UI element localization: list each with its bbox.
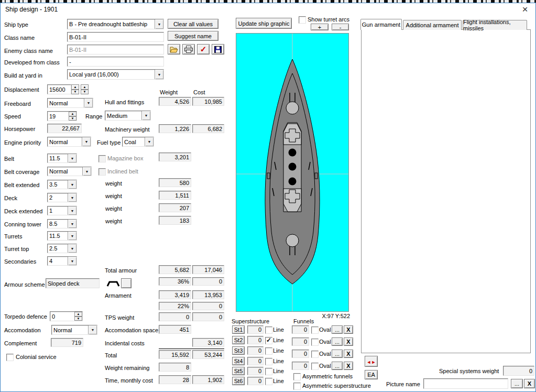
ea-button[interactable]: EA <box>365 370 378 379</box>
funnel1-oval-checkbox[interactable] <box>311 326 319 334</box>
speed-stepper[interactable]: 19 <box>47 111 77 121</box>
close-icon[interactable] <box>518 4 532 15</box>
funnel1-delete-button[interactable]: X <box>344 325 353 334</box>
displacement-input[interactable]: 15600 <box>47 84 71 94</box>
st1-line-checkbox[interactable] <box>265 326 272 334</box>
chevron-down-icon[interactable] <box>68 206 76 215</box>
asymmetric-superstructure-checkbox[interactable] <box>293 383 301 390</box>
funnel2-oval-checkbox[interactable] <box>311 339 319 346</box>
graphic-zoom-out-button[interactable]: - <box>332 24 349 30</box>
st4-button[interactable]: St4 <box>232 357 245 365</box>
st3-line-checkbox[interactable] <box>265 347 272 355</box>
chevron-down-icon[interactable] <box>68 193 76 202</box>
up-arrow-icon[interactable] <box>81 84 89 90</box>
displacement-stepper-fine[interactable] <box>81 84 89 94</box>
show-turret-arcs-checkbox[interactable] <box>299 16 306 24</box>
turret-top-combo[interactable]: 2.5 <box>47 244 77 253</box>
torpedo-defence-stepper[interactable]: 0 <box>50 311 83 321</box>
funnel2-value[interactable]: 0 <box>292 337 309 346</box>
st5-value[interactable]: 0 <box>247 367 264 375</box>
up-arrow-icon[interactable] <box>71 84 79 90</box>
colonial-service-checkbox[interactable] <box>6 354 14 361</box>
print-button[interactable] <box>182 44 195 55</box>
chevron-down-icon[interactable] <box>155 19 163 29</box>
st1-button[interactable]: St1 <box>232 325 245 334</box>
accomodation-combo[interactable]: Normal <box>51 325 97 335</box>
funnel3-delete-button[interactable]: X <box>344 350 353 358</box>
conning-tower-combo[interactable]: 8.5 <box>47 219 77 228</box>
picture-name-input[interactable] <box>423 378 508 389</box>
st3-button[interactable]: St3 <box>232 346 245 355</box>
chevron-down-icon[interactable] <box>145 137 154 146</box>
funnel1-more-button[interactable]: ... <box>332 325 343 334</box>
funnel3-oval-checkbox[interactable] <box>311 351 319 358</box>
save-button[interactable] <box>212 44 224 55</box>
st2-button[interactable]: St2 <box>232 336 245 344</box>
funnel4-oval-checkbox[interactable] <box>311 363 319 370</box>
chevron-down-icon[interactable] <box>68 244 76 253</box>
belt-coverage-combo[interactable]: Normal <box>47 167 92 176</box>
turrets-combo[interactable]: 11.5 <box>47 231 77 241</box>
chevron-down-icon[interactable] <box>68 257 76 265</box>
up-arrow-icon[interactable] <box>74 312 82 317</box>
chevron-down-icon[interactable] <box>68 220 76 228</box>
picture-browse-button[interactable]: ... <box>511 379 523 388</box>
suggest-name-button[interactable]: Suggest name <box>168 31 218 41</box>
st4-value[interactable]: 0 <box>247 357 264 365</box>
displacement-stepper-coarse[interactable] <box>71 84 80 94</box>
chevron-down-icon[interactable] <box>88 325 97 334</box>
st2-value[interactable]: 0 <box>247 336 264 344</box>
st6-line-checkbox[interactable] <box>265 378 272 385</box>
funnel2-more-button[interactable]: ... <box>332 337 343 346</box>
up-arrow-icon[interactable] <box>69 112 76 116</box>
funnel2-delete-button[interactable]: X <box>344 337 353 346</box>
down-arrow-icon[interactable] <box>69 116 76 121</box>
chevron-down-icon[interactable] <box>68 154 76 162</box>
deck-extended-combo[interactable]: 1 <box>47 206 77 215</box>
freeboard-combo[interactable]: Normal <box>47 98 93 108</box>
tab-flight-installations[interactable]: Flight installations, missiles <box>463 20 527 30</box>
chevron-down-icon[interactable] <box>155 70 163 79</box>
developed-from-input[interactable]: - <box>67 57 164 67</box>
validate-check-icon[interactable]: ✓ <box>197 44 210 55</box>
funnel3-value[interactable]: 0 <box>292 350 309 358</box>
st6-value[interactable]: 0 <box>247 377 264 385</box>
chevron-down-icon[interactable] <box>68 180 76 189</box>
chevron-down-icon[interactable] <box>141 111 150 120</box>
ship-type-combo[interactable]: B - Pre dreadnought battleship <box>67 19 164 29</box>
chevron-down-icon[interactable] <box>68 232 76 240</box>
down-arrow-icon[interactable] <box>71 90 79 95</box>
engine-priority-combo[interactable]: Normal <box>47 137 91 147</box>
clear-all-values-button[interactable]: Clear all values <box>168 19 218 29</box>
chevron-down-icon[interactable] <box>82 167 91 176</box>
armour-scheme-picker-button[interactable] <box>121 278 132 288</box>
funnel1-value[interactable]: 0 <box>292 325 309 334</box>
down-arrow-icon[interactable] <box>81 90 89 95</box>
funnel4-more-button[interactable]: ... <box>332 362 343 370</box>
st2-line-checkbox[interactable] <box>265 337 272 344</box>
fuel-type-combo[interactable]: Coal <box>122 137 154 147</box>
deck-combo[interactable]: 2 <box>47 193 77 202</box>
st5-button[interactable]: St5 <box>232 367 245 375</box>
tab-gun-armament[interactable]: Gun armament <box>360 19 402 30</box>
class-name-input[interactable]: B-01-II <box>67 32 164 42</box>
update-ship-graphic-button[interactable]: Update ship graphic <box>236 18 292 29</box>
chevron-down-icon[interactable] <box>84 99 93 107</box>
st5-line-checkbox[interactable] <box>265 368 272 375</box>
belt-extended-combo[interactable]: 3.5 <box>47 180 77 189</box>
st3-value[interactable]: 0 <box>247 346 264 355</box>
st1-value[interactable]: 0 <box>247 325 264 334</box>
down-arrow-icon[interactable] <box>74 317 82 321</box>
flip-ship-button[interactable] <box>365 356 378 367</box>
secondaries-combo[interactable]: 4 <box>47 256 77 266</box>
picture-clear-button[interactable]: X <box>524 379 535 388</box>
ship-canvas[interactable] <box>236 33 349 312</box>
asymmetric-funnels-checkbox[interactable] <box>293 373 301 380</box>
graphic-zoom-in-button[interactable]: + <box>311 24 329 30</box>
range-combo[interactable]: Medium <box>105 111 151 121</box>
st4-line-checkbox[interactable] <box>265 358 272 365</box>
build-yard-combo[interactable]: Local yard (16,000) <box>67 69 164 80</box>
st6-button[interactable]: St6 <box>232 377 245 385</box>
open-file-button[interactable] <box>168 44 180 55</box>
funnel4-delete-button[interactable]: X <box>344 362 353 370</box>
